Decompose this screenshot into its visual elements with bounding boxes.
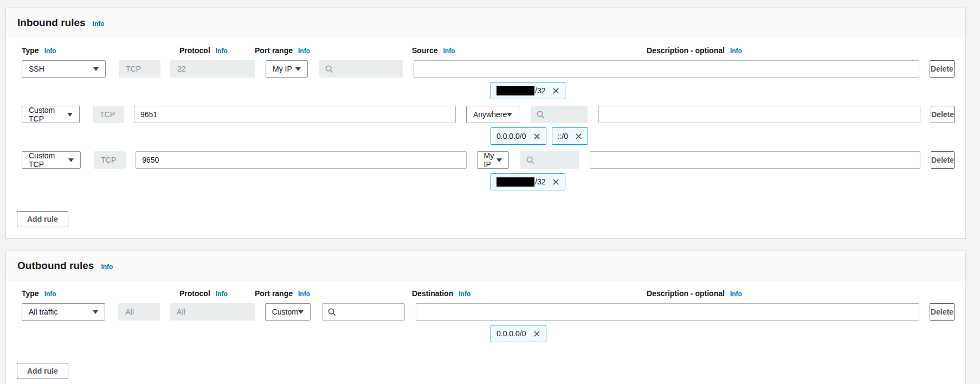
protocol-field: TCP <box>119 60 160 78</box>
outbound-rules-panel: Outbound rulesInfo TypeInfo ProtocolInfo… <box>5 251 966 384</box>
cidr-suffix: /32 <box>535 86 545 95</box>
source-tokens: 0.0.0.0/0 ::/0 <box>491 127 955 145</box>
source-tokens: /32 <box>491 173 955 190</box>
dismiss-token-icon[interactable] <box>533 133 540 140</box>
inbound-panel-header: Inbound rulesInfo <box>6 8 965 37</box>
description-input[interactable] <box>590 151 920 169</box>
inbound-rule-row-3: Custom TCP TCP My IP Delete /32 <box>17 151 955 190</box>
dismiss-token-icon[interactable] <box>552 87 559 94</box>
cidr-token: ::/0 <box>552 127 588 145</box>
info-link[interactable]: Info <box>93 20 105 28</box>
destination-select-value: Custom <box>272 308 298 316</box>
column-header-type: TypeInfo <box>22 46 166 55</box>
outbound-panel-content: TypeInfo ProtocolInfo Port rangeInfo Des… <box>6 280 965 384</box>
protocol-field: TCP <box>94 151 126 169</box>
cidr-token: /32 <box>491 173 565 190</box>
delete-rule-button[interactable]: Delete <box>931 151 955 169</box>
source-select[interactable]: My IP <box>477 151 510 169</box>
chevron-down-icon <box>507 113 512 117</box>
chevron-down-icon <box>295 67 301 71</box>
inbound-rule-row-2: Custom TCP TCP Anywhere Delete 0.0.0.0/0 <box>17 106 955 145</box>
source-select-value: My IP <box>484 151 497 169</box>
info-link[interactable]: Info <box>730 47 742 55</box>
column-header-type: TypeInfo <box>22 289 166 298</box>
description-input[interactable] <box>598 106 920 123</box>
delete-rule-button[interactable]: Delete <box>930 60 955 78</box>
column-header-description: Description - optionalInfo <box>647 46 871 55</box>
cidr-label: ::/0 <box>558 132 568 140</box>
inbound-column-headers: TypeInfo ProtocolInfo Port rangeInfo Sou… <box>22 46 955 55</box>
chevron-down-icon <box>93 67 99 71</box>
type-select-value: Custom TCP <box>29 106 67 123</box>
outbound-panel-header: Outbound rulesInfo <box>6 251 965 280</box>
info-link[interactable]: Info <box>298 290 310 298</box>
chevron-down-icon <box>298 310 304 314</box>
info-link[interactable]: Info <box>101 263 113 271</box>
column-header-protocol: ProtocolInfo <box>179 46 245 55</box>
source-select[interactable]: My IP <box>266 60 308 78</box>
inbound-rule-row-1: SSH TCP 22 My IP Delete /32 <box>17 60 955 99</box>
search-icon <box>537 111 545 119</box>
type-select[interactable]: Custom TCP <box>22 106 80 123</box>
dismiss-token-icon[interactable] <box>575 133 582 140</box>
cidr-token: /32 <box>491 82 565 99</box>
dismiss-token-icon[interactable] <box>533 330 540 337</box>
info-link[interactable]: Info <box>216 47 228 55</box>
protocol-field: TCP <box>93 106 124 123</box>
protocol-field: All <box>118 303 160 321</box>
column-header-source: SourceInfo <box>412 46 479 55</box>
cidr-token: 0.0.0.0/0 <box>491 325 546 342</box>
port-range-input[interactable] <box>134 106 456 123</box>
type-select-value: Custom TCP <box>29 151 68 169</box>
dismiss-token-icon[interactable] <box>552 178 559 185</box>
port-range-field: All <box>170 303 255 321</box>
type-select-value: All traffic <box>29 308 57 316</box>
destination-select[interactable]: Custom <box>265 303 311 321</box>
search-icon <box>328 308 336 316</box>
source-search-input <box>531 106 588 123</box>
inbound-panel-content: TypeInfo ProtocolInfo Port rangeInfo Sou… <box>6 37 965 238</box>
column-header-port-range: Port rangeInfo <box>255 46 402 55</box>
delete-rule-button[interactable]: Delete <box>931 106 955 123</box>
source-tokens: /32 <box>491 82 955 99</box>
source-search-input <box>319 60 403 78</box>
inbound-rules-panel: Inbound rulesInfo TypeInfo ProtocolInfo … <box>5 8 966 239</box>
chevron-down-icon <box>67 113 73 117</box>
column-header-port-range: Port rangeInfo <box>255 289 402 298</box>
add-rule-button[interactable]: Add rule <box>17 211 68 227</box>
cidr-token: 0.0.0.0/0 <box>491 127 546 145</box>
search-icon <box>325 65 333 73</box>
info-link[interactable]: Info <box>730 290 742 298</box>
add-rule-button[interactable]: Add rule <box>17 363 68 379</box>
info-link[interactable]: Info <box>44 290 56 298</box>
description-input[interactable] <box>414 60 919 78</box>
outbound-title: Outbound rules <box>17 260 94 271</box>
column-header-description: Description - optionalInfo <box>647 289 871 298</box>
source-select-value: My IP <box>273 65 292 73</box>
delete-rule-button[interactable]: Delete <box>930 303 955 321</box>
column-header-protocol: ProtocolInfo <box>179 289 245 298</box>
description-input[interactable] <box>416 303 919 321</box>
source-select-value: Anywhere <box>473 110 507 119</box>
chevron-down-icon <box>93 310 98 314</box>
info-link[interactable]: Info <box>44 47 56 55</box>
info-link[interactable]: Info <box>443 47 455 55</box>
cidr-label: 0.0.0.0/0 <box>497 132 526 140</box>
port-range-field: 22 <box>170 60 255 78</box>
info-link[interactable]: Info <box>459 290 470 298</box>
info-link[interactable]: Info <box>298 47 310 55</box>
info-link[interactable]: Info <box>216 290 228 298</box>
type-select[interactable]: All traffic <box>22 303 105 321</box>
port-range-input[interactable] <box>136 151 466 169</box>
inbound-title: Inbound rules <box>17 17 86 28</box>
type-select[interactable]: SSH <box>22 60 106 78</box>
source-select[interactable]: Anywhere <box>466 106 519 123</box>
redacted-ip <box>497 86 534 95</box>
cidr-label: 0.0.0.0/0 <box>497 329 526 338</box>
cidr-suffix: /32 <box>535 177 545 186</box>
type-select[interactable]: Custom TCP <box>22 151 81 169</box>
destination-search-input[interactable] <box>322 303 405 321</box>
destination-tokens: 0.0.0.0/0 <box>491 325 955 342</box>
column-header-destination: DestinationInfo <box>412 289 479 298</box>
chevron-down-icon <box>497 158 502 162</box>
